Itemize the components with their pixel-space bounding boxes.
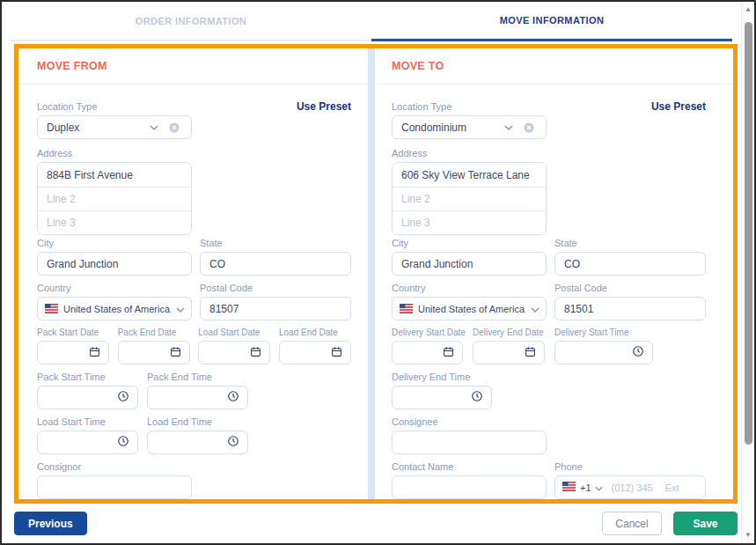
country-value: United States of America <box>63 304 176 314</box>
location-type-label: Location Type <box>392 101 547 112</box>
contact-name-input[interactable] <box>392 475 547 499</box>
address-line1-input[interactable] <box>38 163 191 187</box>
address-line2-input[interactable] <box>393 187 546 210</box>
clock-icon[interactable] <box>632 345 644 360</box>
location-type-value: Duplex <box>47 122 150 134</box>
phone-input[interactable]: +1 (012) 345 Ext <box>554 475 706 499</box>
scroll-up-arrow-icon[interactable]: ▲ <box>742 4 754 16</box>
load-end-time-label: Load End Time <box>147 416 248 427</box>
address-line3-input[interactable] <box>393 210 546 234</box>
address-label: Address <box>392 148 706 158</box>
use-preset-link[interactable]: Use Preset <box>651 101 706 113</box>
scroll-down-arrow-icon[interactable]: ▼ <box>742 529 754 541</box>
window-scrollbar[interactable]: ▲ ▼ <box>741 2 754 543</box>
tab-move-information[interactable]: MOVE INFORMATION <box>371 2 732 41</box>
postal-code-input[interactable] <box>200 297 351 320</box>
address-line1-input[interactable] <box>393 163 546 187</box>
use-preset-link[interactable]: Use Preset <box>297 101 351 113</box>
chevron-down-icon <box>504 125 513 130</box>
calendar-icon[interactable] <box>170 346 181 360</box>
state-input[interactable] <box>200 252 351 276</box>
delivery-start-date-input[interactable] <box>392 341 463 365</box>
calendar-icon[interactable] <box>250 346 261 360</box>
delivery-end-date-input[interactable] <box>473 341 545 365</box>
dialog-footer: Previous Cancel Save <box>2 504 743 543</box>
phone-label: Phone <box>554 461 706 472</box>
load-start-time-input[interactable] <box>37 431 138 454</box>
postal-code-input[interactable] <box>554 297 706 320</box>
country-select[interactable]: United States of America <box>392 297 547 320</box>
scrollbar-thumb[interactable] <box>745 22 752 445</box>
pack-end-time-label: Pack End Time <box>147 372 248 382</box>
clear-icon[interactable] <box>524 122 534 133</box>
us-flag-icon <box>400 304 413 313</box>
move-to-title: MOVE TO <box>392 60 444 72</box>
phone-number-placeholder: (012) 345 <box>612 482 653 493</box>
pack-end-date-label: Pack End Date <box>118 328 190 337</box>
load-end-date-input[interactable] <box>279 341 351 365</box>
delivery-end-date-label: Delivery End Date <box>473 328 545 337</box>
city-label: City <box>392 238 547 248</box>
clock-icon[interactable] <box>471 390 483 405</box>
clock-icon[interactable] <box>227 390 239 405</box>
address-line3-input[interactable] <box>38 210 191 234</box>
delivery-start-date-label: Delivery Start Date <box>392 328 463 337</box>
load-end-time-input[interactable] <box>147 431 248 454</box>
calendar-icon[interactable] <box>443 346 454 360</box>
phone-country-code: +1 <box>580 482 591 493</box>
pack-start-date-input[interactable] <box>37 341 109 365</box>
consignor-input[interactable] <box>37 475 192 499</box>
clock-icon[interactable] <box>117 390 129 405</box>
left-panel-scrollbar[interactable] <box>368 48 375 499</box>
phone-ext-placeholder: Ext <box>665 482 679 493</box>
city-input[interactable] <box>37 252 192 276</box>
state-label: State <box>200 238 351 248</box>
location-type-label: Location Type <box>37 101 192 112</box>
move-from-header: MOVE FROM <box>18 48 368 85</box>
delivery-start-time-input[interactable] <box>554 341 653 365</box>
move-form-container: MOVE FROM Location Type Duplex <box>14 44 738 504</box>
state-input[interactable] <box>554 252 706 276</box>
address-line2-input[interactable] <box>38 187 191 210</box>
cancel-button[interactable]: Cancel <box>602 512 662 535</box>
move-to-section: MOVE TO Location Type Condominium <box>375 48 733 499</box>
contact-name-label: Contact Name <box>392 461 547 472</box>
move-from-title: MOVE FROM <box>37 60 107 72</box>
chevron-down-icon <box>595 482 603 493</box>
pack-end-time-input[interactable] <box>147 386 248 409</box>
move-information-dialog: ORDER INFORMATION MOVE INFORMATION MOVE … <box>0 0 756 545</box>
tab-order-information[interactable]: ORDER INFORMATION <box>11 2 371 41</box>
location-type-value: Condominium <box>401 122 504 134</box>
save-button[interactable]: Save <box>673 512 738 535</box>
calendar-icon[interactable] <box>525 346 536 360</box>
address-label: Address <box>37 148 351 158</box>
city-label: City <box>37 238 192 248</box>
calendar-icon[interactable] <box>89 346 100 360</box>
phone-country-select[interactable]: +1 <box>562 482 603 493</box>
delivery-end-time-input[interactable] <box>392 386 492 409</box>
previous-button[interactable]: Previous <box>14 512 87 535</box>
pack-start-time-label: Pack Start Time <box>37 372 138 382</box>
pack-start-time-input[interactable] <box>37 386 138 409</box>
address-group <box>37 162 192 235</box>
us-flag-icon <box>562 482 576 493</box>
postal-code-label: Postal Code <box>200 283 351 293</box>
clock-icon[interactable] <box>117 435 129 450</box>
country-select[interactable]: United States of America <box>37 297 192 320</box>
country-label: Country <box>37 283 192 293</box>
load-end-date-label: Load End Date <box>279 328 351 337</box>
load-start-date-label: Load Start Date <box>198 328 270 337</box>
location-type-select[interactable]: Duplex <box>37 115 192 139</box>
state-label: State <box>554 238 706 248</box>
calendar-icon[interactable] <box>331 346 342 360</box>
load-start-date-input[interactable] <box>198 341 270 365</box>
pack-end-date-input[interactable] <box>118 341 190 365</box>
consignee-input[interactable] <box>392 431 547 454</box>
chevron-down-icon <box>176 303 185 315</box>
city-input[interactable] <box>392 252 547 276</box>
address-group <box>392 162 547 235</box>
clock-icon[interactable] <box>227 435 239 450</box>
consignee-label: Consignee <box>392 416 706 427</box>
clear-icon[interactable] <box>169 122 180 133</box>
location-type-select[interactable]: Condominium <box>392 115 547 139</box>
